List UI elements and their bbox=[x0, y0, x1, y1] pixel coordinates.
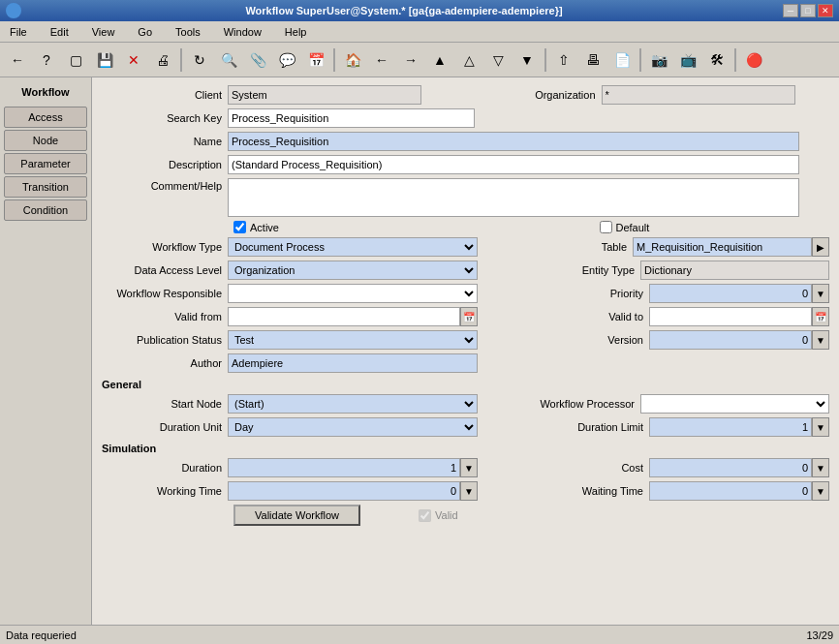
version-spin[interactable]: ▼ bbox=[812, 330, 829, 350]
waiting-time-spin[interactable]: ▼ bbox=[812, 481, 829, 501]
first-button[interactable]: ▲ bbox=[426, 46, 453, 74]
name-label: Name bbox=[102, 136, 228, 147]
responsible-select[interactable] bbox=[228, 284, 478, 303]
start-node-select[interactable]: (Start) bbox=[228, 394, 478, 414]
delete-button[interactable]: ✕ bbox=[120, 46, 147, 74]
attachment-button[interactable]: 📎 bbox=[244, 46, 271, 74]
duration-limit-label: Duration Limit bbox=[533, 421, 649, 433]
description-label: Description bbox=[102, 159, 228, 170]
new-button[interactable]: ▢ bbox=[62, 46, 89, 74]
sidebar-item-node[interactable]: Node bbox=[4, 130, 87, 151]
validate-workflow-button[interactable]: Validate Workflow bbox=[233, 505, 360, 526]
back-button[interactable]: ← bbox=[4, 46, 31, 74]
sidebar-item-condition[interactable]: Condition bbox=[4, 199, 87, 221]
print-button[interactable]: 🖨 bbox=[149, 46, 176, 74]
print2-button[interactable]: 🖶 bbox=[579, 46, 606, 74]
sidebar-item-transition[interactable]: Transition bbox=[4, 176, 87, 198]
sidebar-item-parameter[interactable]: Parameter bbox=[4, 153, 87, 174]
workflow-processor-label: Workflow Processor bbox=[524, 398, 640, 410]
sidebar-item-access[interactable]: Access bbox=[4, 107, 87, 128]
duration-limit-field[interactable] bbox=[649, 417, 812, 437]
pub-status-label: Publication Status bbox=[102, 334, 228, 346]
help-button[interactable]: ? bbox=[33, 46, 60, 74]
sidebar-header: Workflow bbox=[4, 83, 87, 101]
valid-to-calendar[interactable]: 📅 bbox=[812, 307, 829, 326]
next-rec-button[interactable]: ▽ bbox=[484, 46, 512, 74]
access-entity-row: Data Access Level Organization Client En… bbox=[102, 261, 829, 280]
workflow-type-select[interactable]: Document Process General bbox=[228, 237, 478, 257]
default-label: Default bbox=[616, 222, 650, 233]
duration-unit-select[interactable]: Day Hour Minute bbox=[228, 417, 478, 437]
priority-spin[interactable]: ▼ bbox=[812, 284, 829, 303]
table-lookup-button[interactable]: ▶ bbox=[812, 237, 829, 257]
valid-to-field[interactable] bbox=[649, 307, 812, 326]
working-waiting-row: Working Time ▼ Waiting Time ▼ bbox=[102, 481, 829, 501]
author-field[interactable] bbox=[228, 353, 478, 373]
waiting-time-field[interactable] bbox=[649, 481, 812, 501]
duration-cost-row: Duration ▼ Cost ▼ bbox=[102, 458, 829, 477]
menu-edit[interactable]: Edit bbox=[45, 24, 75, 40]
chat-button[interactable]: 💬 bbox=[273, 46, 300, 74]
tools2-button[interactable]: 🛠 bbox=[703, 46, 730, 74]
organization-field[interactable] bbox=[602, 85, 795, 105]
close2-button[interactable]: 🔴 bbox=[740, 46, 767, 74]
author-label: Author bbox=[102, 357, 228, 369]
active-checkbox[interactable] bbox=[233, 221, 246, 233]
valid-from-field[interactable] bbox=[228, 307, 460, 326]
window-title: Workflow SuperUser@System.* [ga{ga-ademp… bbox=[25, 5, 783, 16]
export-button[interactable]: ⇧ bbox=[550, 46, 577, 74]
cost-field[interactable] bbox=[649, 458, 812, 477]
prev-rec-button[interactable]: △ bbox=[455, 46, 482, 74]
toolbar-separator3 bbox=[544, 48, 546, 72]
menu-view[interactable]: View bbox=[86, 24, 121, 40]
search-key-field[interactable] bbox=[228, 108, 475, 128]
responsible-priority-row: Workflow Responsible Priority ▼ bbox=[102, 284, 829, 303]
home-button[interactable]: 🏠 bbox=[339, 46, 366, 74]
menu-window[interactable]: Window bbox=[218, 24, 267, 40]
menu-tools[interactable]: Tools bbox=[170, 24, 206, 40]
client-org-row: Client Organization bbox=[102, 85, 829, 105]
prev-button[interactable]: ← bbox=[368, 46, 395, 74]
table-field[interactable] bbox=[633, 237, 812, 257]
duration-limit-spin[interactable]: ▼ bbox=[812, 417, 829, 437]
toolbar-separator2 bbox=[333, 48, 335, 72]
default-checkbox[interactable] bbox=[600, 221, 612, 233]
multi-button[interactable]: 📺 bbox=[674, 46, 701, 74]
simulation-section-header: Simulation bbox=[102, 443, 829, 454]
report-button[interactable]: 📄 bbox=[608, 46, 636, 74]
next-button[interactable]: → bbox=[397, 46, 424, 74]
working-time-field[interactable] bbox=[228, 481, 460, 501]
maximize-button[interactable]: □ bbox=[800, 4, 816, 17]
last-button[interactable]: ▼ bbox=[513, 46, 541, 74]
priority-field[interactable] bbox=[649, 284, 812, 303]
client-field[interactable] bbox=[228, 85, 421, 105]
search-key-label: Search Key bbox=[102, 112, 228, 124]
pub-status-select[interactable]: Test Released Void bbox=[228, 330, 478, 350]
valid-from-calendar[interactable]: 📅 bbox=[460, 307, 478, 326]
data-access-select[interactable]: Organization Client bbox=[228, 261, 478, 280]
duration-spin[interactable]: ▼ bbox=[460, 458, 478, 477]
comment-field[interactable] bbox=[228, 178, 799, 217]
duration-field[interactable] bbox=[228, 458, 460, 477]
menu-go[interactable]: Go bbox=[132, 24, 158, 40]
workflow-processor-select[interactable] bbox=[640, 394, 829, 414]
menu-file[interactable]: File bbox=[4, 24, 33, 40]
window-controls[interactable]: ─ □ ✕ bbox=[783, 4, 833, 17]
entity-type-field[interactable] bbox=[640, 261, 829, 280]
name-field[interactable] bbox=[228, 132, 799, 151]
comment-row: Comment/Help bbox=[102, 178, 829, 217]
calendar-button[interactable]: 📅 bbox=[302, 46, 329, 74]
cost-spin[interactable]: ▼ bbox=[812, 458, 829, 477]
data-access-label: Data Access Level bbox=[102, 264, 228, 276]
minimize-button[interactable]: ─ bbox=[783, 4, 798, 17]
save-button[interactable]: 💾 bbox=[91, 46, 118, 74]
working-time-spin[interactable]: ▼ bbox=[460, 481, 478, 501]
description-field[interactable] bbox=[228, 155, 799, 174]
find-button[interactable]: 🔍 bbox=[215, 46, 242, 74]
version-field[interactable] bbox=[649, 330, 812, 350]
zoom-button[interactable]: 📷 bbox=[645, 46, 672, 74]
refresh-button[interactable]: ↻ bbox=[186, 46, 213, 74]
responsible-label: Workflow Responsible bbox=[102, 288, 228, 299]
close-button[interactable]: ✕ bbox=[818, 4, 833, 17]
menu-help[interactable]: Help bbox=[279, 24, 313, 40]
